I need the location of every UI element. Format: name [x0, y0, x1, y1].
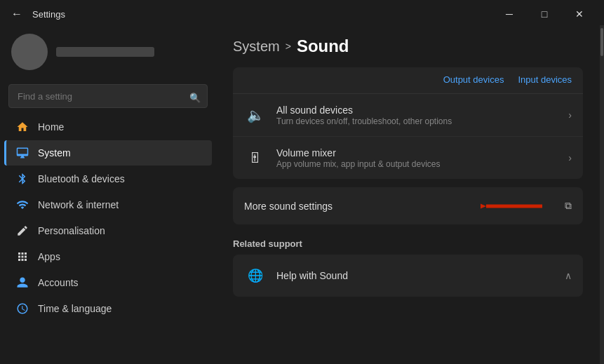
nav-list: Home System Bluetooth & devices Network …	[0, 114, 216, 322]
all-sound-chevron: ›	[568, 109, 572, 121]
volume-mixer-icon: 🎚	[244, 147, 267, 169]
sidebar-item-label-time: Time & language	[38, 303, 112, 314]
volume-mixer-chevron: ›	[568, 152, 572, 163]
filter-tabs: Output devices Input devices	[233, 67, 583, 94]
help-chevron-up: ∧	[565, 270, 572, 281]
home-icon	[15, 120, 29, 134]
search-container: 🔍	[0, 81, 216, 114]
titlebar-title: Settings	[32, 9, 65, 20]
sidebar-item-label-personalisation: Personalisation	[38, 225, 105, 236]
all-sound-icon: 🔈	[244, 104, 267, 126]
accounts-icon	[15, 276, 29, 290]
breadcrumb-separator: >	[286, 41, 291, 52]
help-with-sound-row[interactable]: 🌐 Help with Sound ∧	[233, 255, 583, 297]
related-support-label: Related support	[216, 233, 600, 255]
volume-mixer-row-left: 🎚 Volume mixer App volume mix, app input…	[244, 147, 440, 169]
sidebar-item-home[interactable]: Home	[4, 114, 212, 140]
sidebar-item-personalisation[interactable]: Personalisation	[4, 218, 212, 243]
search-input[interactable]	[8, 84, 208, 108]
bluetooth-icon	[15, 172, 29, 186]
volume-mixer-title: Volume mixer	[276, 147, 440, 159]
main-content: System > Sound Output devices Input devi…	[216, 25, 600, 364]
help-label: Help with Sound	[276, 270, 348, 281]
sidebar-item-label-accounts: Accounts	[38, 277, 79, 288]
more-sound-row[interactable]: More sound settings ⧉	[233, 187, 583, 224]
sidebar-item-accounts[interactable]: Accounts	[4, 270, 212, 295]
system-icon	[15, 146, 29, 160]
back-icon: ←	[11, 8, 22, 20]
time-icon	[15, 302, 29, 316]
maximize-button[interactable]: □	[528, 4, 561, 24]
output-devices-tab[interactable]: Output devices	[443, 74, 504, 88]
search-icon: 🔍	[189, 93, 201, 103]
sidebar: 🔍 Home System Bluetooth & devices Networ…	[0, 25, 216, 364]
close-button[interactable]: ✕	[563, 4, 596, 24]
sidebar-item-network[interactable]: Network & internet	[4, 192, 212, 217]
sidebar-item-label-home: Home	[38, 121, 64, 133]
apps-icon	[15, 250, 29, 264]
help-row-left: 🌐 Help with Sound	[244, 264, 348, 287]
page-title: Sound	[297, 36, 349, 56]
back-button[interactable]: ←	[8, 6, 25, 22]
avatar	[11, 34, 48, 70]
sidebar-item-apps[interactable]: Apps	[4, 244, 212, 269]
help-icon: 🌐	[244, 264, 267, 287]
titlebar-left: ← Settings	[8, 6, 65, 22]
personalisation-icon	[15, 224, 29, 238]
all-sound-desc: Turn devices on/off, troubleshoot, other…	[276, 116, 452, 126]
sidebar-item-system[interactable]: System	[4, 140, 212, 166]
user-profile	[0, 28, 216, 81]
input-devices-tab[interactable]: Input devices	[518, 74, 572, 88]
volume-mixer-row[interactable]: 🎚 Volume mixer App volume mix, app input…	[233, 137, 583, 179]
settings-panel: Output devices Input devices 🔈 All sound…	[233, 67, 583, 179]
minimize-button[interactable]: ─	[493, 4, 525, 24]
sidebar-item-label-network: Network & internet	[38, 199, 119, 210]
volume-mixer-text: Volume mixer App volume mix, app input &…	[276, 147, 440, 169]
volume-mixer-desc: App volume mix, app input & output devic…	[276, 159, 440, 169]
titlebar: ← Settings ─ □ ✕	[0, 0, 604, 25]
sidebar-item-label-system: System	[38, 147, 71, 159]
red-arrow-indicator	[481, 195, 544, 217]
external-link-icon: ⧉	[565, 200, 572, 212]
sidebar-item-bluetooth[interactable]: Bluetooth & devices	[4, 166, 212, 191]
network-icon	[15, 198, 29, 212]
page-header: System > Sound	[216, 25, 600, 67]
breadcrumb-parent: System	[233, 39, 280, 55]
sidebar-item-label-bluetooth: Bluetooth & devices	[38, 173, 125, 184]
scrollbar-thumb[interactable]	[600, 28, 603, 56]
sidebar-item-time[interactable]: Time & language	[4, 296, 212, 321]
more-sound-label: More sound settings	[244, 201, 333, 212]
titlebar-controls: ─ □ ✕	[493, 4, 596, 24]
all-sound-text: All sound devices Turn devices on/off, t…	[276, 105, 452, 126]
scrollbar-track[interactable]	[600, 25, 604, 364]
all-sound-devices-row[interactable]: 🔈 All sound devices Turn devices on/off,…	[233, 94, 583, 137]
all-sound-row-left: 🔈 All sound devices Turn devices on/off,…	[244, 104, 452, 126]
user-name-bar	[56, 47, 154, 57]
app-body: 🔍 Home System Bluetooth & devices Networ…	[0, 25, 604, 364]
all-sound-title: All sound devices	[276, 105, 452, 116]
sidebar-item-label-apps: Apps	[38, 251, 60, 262]
